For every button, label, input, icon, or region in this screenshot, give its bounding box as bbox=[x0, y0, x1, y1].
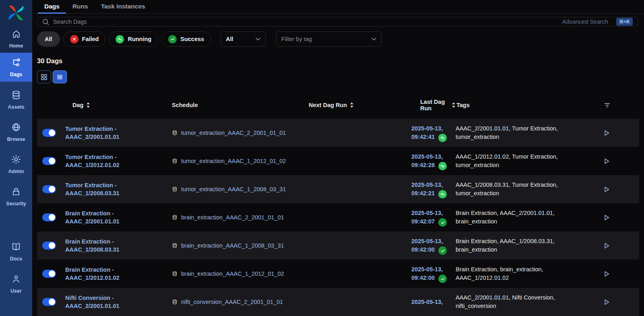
state-select-value: All bbox=[226, 36, 233, 42]
last-run-cell[interactable]: 2025-05-13, 09:42:41 bbox=[411, 124, 456, 141]
tags-cell: Brain Extraction, AAAC_1/2008.03.31, bra… bbox=[456, 237, 573, 254]
state-select[interactable]: All bbox=[221, 31, 266, 47]
dag-enabled-toggle[interactable] bbox=[42, 242, 56, 250]
last-run-cell[interactable]: 2025-05-13, 09:42:07 bbox=[411, 209, 456, 226]
advanced-search-link[interactable]: Advanced Search bbox=[562, 19, 608, 25]
tab-label: Runs bbox=[72, 3, 88, 10]
run-status-icon[interactable] bbox=[438, 246, 447, 255]
schedule-link[interactable]: tumor_extraction_AAAC_2_2001_01_01 bbox=[181, 130, 286, 136]
sidebar-item-label: Browse bbox=[7, 136, 25, 142]
chip-label: Failed bbox=[82, 36, 99, 42]
table-view-button[interactable] bbox=[53, 70, 67, 83]
list-lines-icon bbox=[56, 74, 63, 81]
chip-label: Running bbox=[128, 36, 151, 42]
dag-enabled-toggle[interactable] bbox=[42, 298, 56, 306]
dag-name-link[interactable]: Tumor Extraction - AAAC_1/2012.01.02 bbox=[65, 153, 144, 169]
filter-chip-all[interactable]: All bbox=[37, 31, 60, 47]
trigger-dag-play-button[interactable] bbox=[603, 242, 610, 249]
dag-name-link[interactable]: Nifti Conversion - AAAC_2/2001.01.01 bbox=[65, 294, 144, 310]
tab-label: Task Instances bbox=[101, 3, 145, 10]
tab-task-instances[interactable]: Task Instances bbox=[95, 0, 152, 14]
schedule-link[interactable]: nifti_conversion_AAAC_2_2001_01_01 bbox=[181, 299, 283, 305]
dag-table-body: Tumor Extraction - AAAC_2/2001.01.01 tum… bbox=[37, 119, 639, 316]
sidebar-item-home[interactable]: Home bbox=[0, 25, 32, 53]
database-icon bbox=[11, 90, 21, 101]
check-circle-icon bbox=[168, 35, 177, 43]
trigger-dag-play-button[interactable] bbox=[603, 158, 610, 165]
header-label: Dag bbox=[72, 102, 83, 108]
search-icon bbox=[42, 19, 49, 25]
tags-cell: Brain Extraction, AAAC_2/2001.01.01, bra… bbox=[456, 209, 573, 226]
open-book-icon bbox=[11, 242, 21, 253]
tags-cell: AAAC_2/2001.01.01, Nifti Conversion, nif… bbox=[456, 293, 573, 310]
tab-dags[interactable]: Dags bbox=[38, 0, 66, 14]
run-status-icon[interactable] bbox=[438, 162, 447, 170]
last-run-cell[interactable]: 2025-05-13, 09:42:28 bbox=[411, 153, 456, 169]
last-run-cell[interactable]: 2025-05-13, bbox=[411, 298, 456, 306]
dag-name-link[interactable]: Tumor Extraction - AAAC_2/2001.01.01 bbox=[65, 125, 144, 141]
dag-enabled-toggle[interactable] bbox=[42, 213, 56, 221]
tab-runs[interactable]: Runs bbox=[66, 0, 95, 14]
schedule-link[interactable]: brain_extraction_AAAC_1_2008_03_31 bbox=[181, 242, 284, 249]
column-filter-button[interactable] bbox=[604, 103, 610, 108]
dag-name-link[interactable]: Brain Extraction - AAAC_1/2012.01.02 bbox=[65, 266, 144, 282]
table-row: Brain Extraction - AAAC_1/2008.03.31 bra… bbox=[37, 231, 639, 260]
last-run-cell[interactable]: 2025-05-13, 09:42:00 bbox=[411, 237, 456, 254]
schedule-link[interactable]: brain_extraction_AAAC_1_2012_01_02 bbox=[181, 271, 284, 277]
card-view-button[interactable] bbox=[37, 70, 51, 83]
trigger-dag-play-button[interactable] bbox=[603, 186, 610, 193]
database-icon bbox=[172, 271, 178, 277]
tags-cell: AAAC_1/2012.01.02, Tumor Extraction, tum… bbox=[456, 153, 573, 169]
filter-chip-success[interactable]: Success bbox=[161, 31, 211, 47]
run-status-icon[interactable] bbox=[438, 190, 447, 198]
dag-enabled-toggle[interactable] bbox=[42, 129, 56, 137]
last-run-date: 2025-05-13, bbox=[411, 298, 456, 306]
dag-name-link[interactable]: Brain Extraction - AAAC_1/2008.03.31 bbox=[65, 238, 144, 254]
sidebar-item-label: Admin bbox=[8, 169, 24, 174]
tag-filter-select[interactable]: Filter by tag bbox=[276, 31, 382, 47]
sidebar-item-assets[interactable]: Assets bbox=[0, 84, 32, 116]
dag-enabled-toggle[interactable] bbox=[42, 185, 56, 193]
last-run-date: 2025-05-13, bbox=[411, 265, 456, 274]
sort-dag-button[interactable] bbox=[86, 102, 90, 108]
dag-enabled-toggle[interactable] bbox=[42, 270, 56, 278]
last-run-date: 2025-05-13, bbox=[411, 181, 456, 189]
dag-enabled-toggle[interactable] bbox=[42, 157, 56, 165]
search-input[interactable] bbox=[53, 19, 558, 25]
sidebar-item-admin[interactable]: Admin bbox=[0, 148, 32, 180]
last-run-time: 09:42:21 bbox=[411, 189, 435, 198]
keyboard-shortcut-badge: ⌘+K bbox=[616, 18, 633, 26]
header-next-run: Next Dag Run bbox=[309, 102, 411, 108]
lock-icon bbox=[11, 186, 21, 198]
sidebar-item-label: Home bbox=[9, 43, 23, 49]
sidebar-item-user[interactable]: User bbox=[0, 268, 32, 300]
trigger-dag-play-button[interactable] bbox=[603, 130, 610, 136]
table-row: Brain Extraction - AAAC_1/2012.01.02 bra… bbox=[37, 260, 639, 288]
table-row: Nifti Conversion - AAAC_2/2001.01.01 nif… bbox=[37, 288, 639, 316]
dag-name-link[interactable]: Brain Extraction - AAAC_2/2001.01.01 bbox=[65, 209, 144, 225]
run-status-icon[interactable] bbox=[438, 134, 447, 142]
sidebar-item-browse[interactable]: Browse bbox=[0, 116, 32, 148]
last-run-cell[interactable]: 2025-05-13, 09:42:21 bbox=[411, 181, 456, 198]
header-last-run: Last Dag Run bbox=[411, 99, 456, 112]
database-icon bbox=[172, 243, 178, 248]
schedule-link[interactable]: tumor_extraction_AAAC_1_2012_01_02 bbox=[181, 158, 286, 164]
sidebar-item-dags[interactable]: Dags bbox=[0, 53, 32, 82]
trigger-dag-play-button[interactable] bbox=[603, 214, 610, 221]
dag-name-link[interactable]: Tumor Extraction - AAAC_1/2008.03.31 bbox=[65, 181, 144, 197]
schedule-link[interactable]: tumor_extraction_AAAC_1_2008_03_31 bbox=[181, 186, 286, 192]
sidebar-item-docs[interactable]: Docs bbox=[0, 235, 32, 268]
sidebar-item-security[interactable]: Security bbox=[0, 180, 32, 213]
trigger-dag-play-button[interactable] bbox=[603, 299, 610, 306]
run-status-icon[interactable] bbox=[438, 275, 447, 283]
run-status-icon[interactable] bbox=[438, 218, 447, 227]
schedule-link[interactable]: brain_extraction_AAAC_2_2001_01_01 bbox=[181, 214, 284, 221]
last-run-time: 09:42:28 bbox=[411, 161, 435, 169]
sort-last-run-button[interactable] bbox=[452, 102, 456, 108]
trigger-dag-play-button[interactable] bbox=[603, 271, 610, 277]
filter-chip-failed[interactable]: Failed bbox=[63, 31, 106, 47]
sort-next-run-button[interactable] bbox=[350, 102, 354, 108]
airflow-logo[interactable] bbox=[0, 4, 32, 25]
filter-chip-running[interactable]: Running bbox=[109, 31, 158, 47]
last-run-cell[interactable]: 2025-05-13, 09:42:00 bbox=[411, 265, 456, 282]
